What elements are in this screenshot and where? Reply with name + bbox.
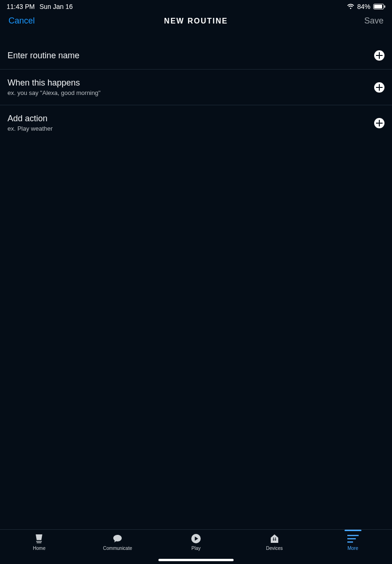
- home-icon: [33, 533, 45, 544]
- when-this-happens-row[interactable]: When this happens ex. you say "Alexa, go…: [0, 70, 392, 105]
- svg-rect-5: [347, 538, 356, 540]
- tab-devices[interactable]: Devices: [246, 533, 303, 551]
- nav-header: Cancel NEW ROUTINE Save: [0, 11, 392, 33]
- battery-icon: [373, 4, 385, 9]
- tab-play[interactable]: Play: [168, 533, 224, 551]
- wifi-icon: [347, 4, 354, 9]
- tab-communicate[interactable]: Communicate: [89, 533, 146, 551]
- page-title: NEW ROUTINE: [0, 17, 392, 25]
- save-button[interactable]: Save: [364, 16, 384, 26]
- svg-rect-4: [347, 535, 359, 536]
- tab-label: Home: [33, 546, 46, 551]
- status-date: Sun Jan 16: [39, 3, 73, 10]
- more-icon: [347, 533, 359, 544]
- content-area: Enter routine name When this happens ex.…: [0, 33, 392, 529]
- status-time: 11:43 PM: [7, 3, 35, 10]
- tab-home[interactable]: Home: [11, 533, 67, 551]
- communicate-icon: [111, 533, 124, 544]
- tab-label: Play: [191, 546, 200, 551]
- home-indicator[interactable]: [158, 559, 234, 561]
- tab-label: More: [347, 546, 358, 551]
- enter-routine-name-row[interactable]: Enter routine name: [0, 33, 392, 70]
- plus-icon: [374, 82, 384, 93]
- plus-icon: [374, 118, 384, 128]
- svg-rect-6: [347, 541, 353, 543]
- plus-icon: [374, 50, 384, 61]
- row-subtitle: ex. Play weather: [8, 125, 53, 132]
- status-bar: 11:43 PM Sun Jan 16 84%: [0, 0, 392, 11]
- svg-rect-1: [374, 5, 382, 8]
- tab-label: Communicate: [103, 546, 132, 551]
- status-battery-text: 84%: [357, 3, 370, 10]
- svg-rect-2: [384, 6, 385, 8]
- cancel-button[interactable]: Cancel: [8, 16, 35, 26]
- row-title: Add action: [8, 114, 53, 124]
- row-title: When this happens: [8, 78, 101, 88]
- tab-label: Devices: [266, 546, 283, 551]
- play-icon: [190, 533, 202, 544]
- tab-more[interactable]: More: [325, 533, 381, 551]
- row-title: Enter routine name: [8, 51, 79, 61]
- devices-icon: [268, 533, 281, 544]
- add-action-row[interactable]: Add action ex. Play weather: [0, 105, 392, 141]
- row-subtitle: ex. you say "Alexa, good morning": [8, 89, 101, 96]
